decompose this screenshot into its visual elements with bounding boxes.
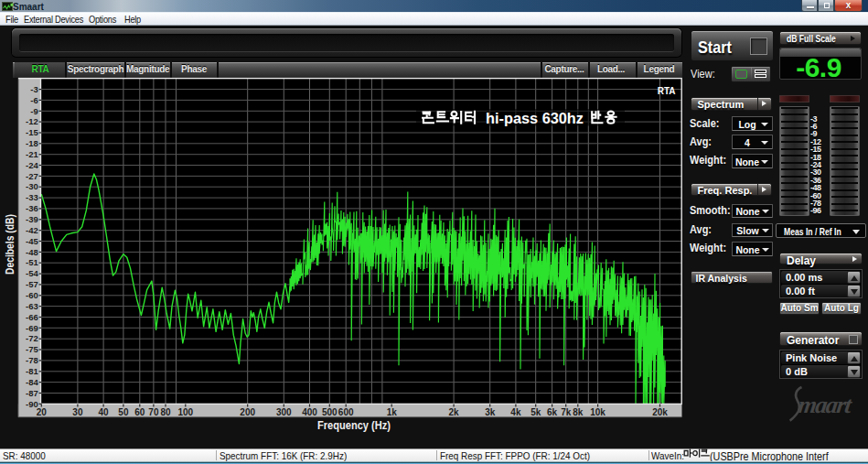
svg-text:-27: -27 xyxy=(26,171,38,181)
svg-text:40: 40 xyxy=(99,407,110,417)
svg-text:5k: 5k xyxy=(530,407,541,417)
svg-text:-45: -45 xyxy=(26,236,38,246)
svg-text:-12: -12 xyxy=(26,116,38,126)
svg-text:2k: 2k xyxy=(449,407,460,417)
svg-text:-39: -39 xyxy=(26,214,38,224)
svg-text:-24: -24 xyxy=(26,160,38,170)
svg-text:-69: -69 xyxy=(26,323,38,333)
svg-text:20k: 20k xyxy=(652,407,668,417)
svg-text:-33: -33 xyxy=(26,192,38,202)
svg-text:1k: 1k xyxy=(387,407,398,417)
svg-text:6k: 6k xyxy=(547,407,558,417)
svg-text:3k: 3k xyxy=(485,407,496,417)
svg-text:-36: -36 xyxy=(26,203,38,213)
svg-text:500: 500 xyxy=(322,407,338,417)
svg-text:-66: -66 xyxy=(26,312,38,322)
svg-text:-48: -48 xyxy=(26,247,38,257)
svg-text:-63: -63 xyxy=(26,301,38,311)
svg-text:300: 300 xyxy=(276,407,292,417)
svg-text:60: 60 xyxy=(134,407,145,417)
svg-text:-51: -51 xyxy=(26,257,38,267)
svg-text:80: 80 xyxy=(160,407,171,417)
svg-text:30: 30 xyxy=(72,407,83,417)
svg-text:-84: -84 xyxy=(26,377,38,387)
svg-text:-30: -30 xyxy=(26,181,38,191)
svg-text:-42: -42 xyxy=(26,225,38,235)
svg-text:-60: -60 xyxy=(26,290,38,300)
svg-text:Frequency (Hz): Frequency (Hz) xyxy=(317,419,391,432)
svg-text:-87: -87 xyxy=(26,388,38,398)
svg-text:4k: 4k xyxy=(510,407,521,417)
svg-text:600: 600 xyxy=(338,407,354,417)
svg-text:-78: -78 xyxy=(26,355,38,365)
svg-text:200: 200 xyxy=(240,407,255,417)
svg-text:-3: -3 xyxy=(30,84,38,94)
svg-text:RTA: RTA xyxy=(658,86,676,96)
svg-text:100: 100 xyxy=(177,407,193,417)
svg-text:400: 400 xyxy=(302,407,317,417)
svg-text:-54: -54 xyxy=(26,268,38,278)
svg-text:hi-pass 630hz: hi-pass 630hz xyxy=(486,110,584,127)
svg-text:70: 70 xyxy=(148,407,159,417)
svg-text:Decibels (dB): Decibels (dB) xyxy=(4,214,16,275)
svg-text:8k: 8k xyxy=(573,407,584,417)
svg-text:-90: -90 xyxy=(26,399,38,409)
svg-text:-6: -6 xyxy=(30,95,38,105)
svg-text:maart: maart xyxy=(797,392,854,418)
svg-text:-18: -18 xyxy=(26,138,38,148)
svg-text:-72: -72 xyxy=(26,333,38,343)
svg-text:10k: 10k xyxy=(590,407,605,417)
svg-text:-15: -15 xyxy=(26,127,38,137)
svg-text:50: 50 xyxy=(118,407,129,417)
svg-text:-81: -81 xyxy=(26,366,38,376)
svg-text:-57: -57 xyxy=(26,279,38,289)
svg-text:-9: -9 xyxy=(30,106,38,116)
svg-text:7k: 7k xyxy=(561,407,572,417)
svg-text:-75: -75 xyxy=(26,344,38,354)
svg-text:-21: -21 xyxy=(26,149,38,159)
